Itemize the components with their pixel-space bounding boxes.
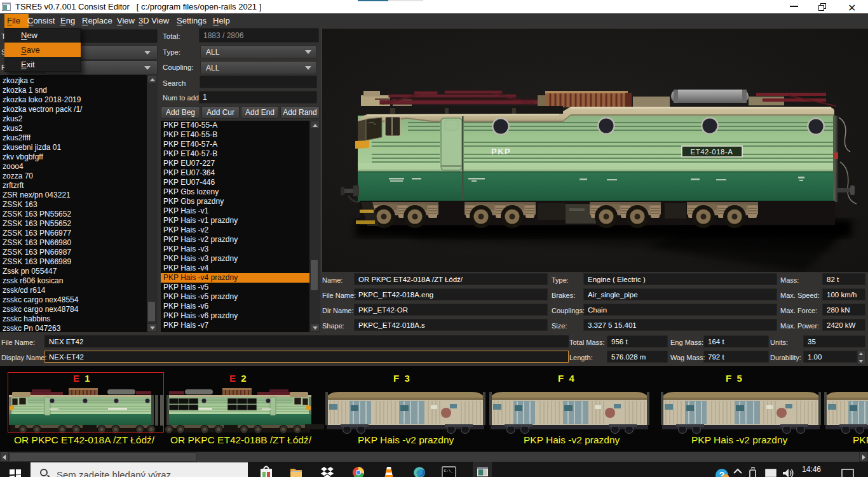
svg-text:14:46: 14:46 [802,465,821,474]
svg-text:ET42-018-A: ET42-018-A [690,148,733,156]
svg-text:PKP: PKP [491,147,511,156]
svg-text:C:\_: C:\_ [444,469,454,473]
